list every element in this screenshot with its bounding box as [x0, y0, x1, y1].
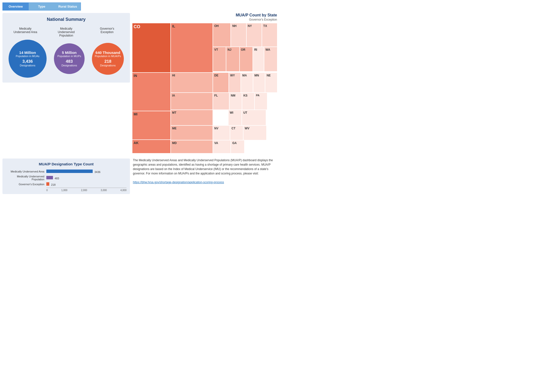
tab-type[interactable]: Type [29, 3, 55, 10]
x-tick-1: 1,000 [61, 189, 67, 192]
treemap-cell-KS[interactable]: KS [242, 93, 254, 110]
description-link[interactable]: https://bhw.hrsa.gov/shortage-designatio… [133, 181, 224, 184]
circle-gov-num: 218 [104, 59, 111, 64]
left-panel: National Summary MedicallyUnderserved Ar… [2, 13, 130, 153]
summary-labels: MedicallyUnderserved Area MedicallyUnder… [5, 27, 127, 37]
treemap-subtitle: Governor's Exception [132, 18, 277, 21]
treemap-cell-WY[interactable]: WY [229, 73, 241, 92]
bar-row-mup: Medically Underserved Population 483 [6, 175, 127, 181]
national-summary-section: National Summary MedicallyUnderserved Ar… [2, 13, 130, 83]
treemap-cell-CT[interactable]: CT [230, 126, 243, 140]
bar-label-gov: Governor's Exception [6, 183, 46, 186]
x-tick-0: 0 [46, 189, 48, 192]
treemap-cell-VA[interactable]: VA [213, 140, 230, 153]
national-summary-title: National Summary [5, 17, 127, 22]
tab-overview[interactable]: Overview [3, 3, 29, 10]
treemap-cell-NE[interactable]: NE [265, 73, 277, 92]
treemap-cell-UT[interactable]: UT [242, 110, 266, 125]
bar-label-mup: Medically Underserved Population [6, 175, 46, 181]
bar-chart-container: MUA/P Designation Type Count Medically U… [2, 159, 130, 194]
treemap-cell-VT[interactable]: VT [213, 47, 226, 71]
treemap-cell-NJ[interactable]: NJ [226, 47, 239, 71]
description-body: The Medically Underserved Areas and Medi… [133, 159, 273, 175]
bar-label-mua: Medically Underserved Area [6, 170, 46, 173]
bar-value-mup: 483 [55, 177, 59, 180]
treemap-cell-AK[interactable]: AK [132, 140, 170, 153]
treemap-cell-NH[interactable]: NH [231, 23, 246, 47]
treemap-cell-MT[interactable]: MT [171, 110, 213, 125]
bottom-section: MUA/P Designation Type Count Medically U… [0, 153, 280, 196]
bar-value-mua: 3436 [94, 171, 100, 173]
treemap: CO IN MI AK IL OH NH NY T [132, 23, 277, 153]
treemap-cell-MD[interactable]: MD [171, 140, 213, 153]
circle-mua-desig: Designations [20, 64, 36, 67]
circle-gov-desig: Designations [100, 64, 116, 67]
treemap-cell-WI[interactable]: WI [229, 110, 242, 125]
circle-mup: 5 Million Population in MUPs 483 Designa… [54, 43, 85, 74]
treemap-cell-MI[interactable]: MI [132, 111, 170, 139]
treemap-cell-TX[interactable]: TX [262, 23, 277, 47]
treemap-cell-IL[interactable]: IL [171, 23, 213, 72]
treemap-cell-OH[interactable]: OH [213, 23, 230, 47]
circle-mua-big: 14 Million [19, 50, 36, 55]
treemap-cell-WV[interactable]: WV [243, 126, 266, 140]
description-text: The Medically Underserved Areas and Medi… [132, 158, 277, 184]
treemap-cell-IN[interactable]: IN [132, 73, 170, 111]
circle-mup-num: 483 [66, 59, 73, 64]
x-tick-2: 2,000 [81, 189, 87, 192]
x-axis: 0 1,000 2,000 3,000 4,000 [6, 189, 127, 192]
treemap-cell-IA[interactable]: IA [171, 93, 213, 110]
x-tick-4: 4,000 [120, 189, 127, 192]
circle-gov-sub: Population in MUA/Ps [95, 55, 121, 58]
circle-gov-big: 640 Thousand [96, 50, 120, 55]
treemap-cell-CO[interactable]: CO [132, 23, 170, 72]
circles-row: 14 Million Population in MUAs 3,436 Desi… [5, 40, 127, 78]
bar-row-gov: Governor's Exception 218 [6, 182, 127, 186]
circle-gov: 640 Thousand Population in MUA/Ps 218 De… [92, 43, 124, 75]
right-panel: MUA/P Count by State Governor's Exceptio… [132, 13, 277, 153]
treemap-cell-MA[interactable]: MA [241, 73, 253, 92]
treemap-title: MUA/P Count by State [132, 13, 277, 17]
treemap-cell-PA[interactable]: PA [255, 93, 267, 110]
label-mup: MedicallyUnderservedPopulation [49, 27, 83, 37]
circle-mup-big: 5 Million [62, 50, 77, 55]
circle-mua: 14 Million Population in MUAs 3,436 Desi… [9, 40, 47, 78]
treemap-cell-DE[interactable]: DE [213, 73, 229, 92]
bar-container-mua: 3436 [46, 170, 127, 173]
bar-mua [46, 170, 93, 173]
bar-mup [46, 176, 53, 179]
bar-row-mua: Medically Underserved Area 3436 [6, 170, 127, 173]
circle-mup-desig: Designations [62, 64, 77, 67]
bar-container-gov: 218 [46, 182, 127, 186]
bar-gov [46, 182, 49, 186]
circle-mua-sub: Population in MUAs [16, 55, 39, 58]
x-axis-line [46, 188, 127, 188]
treemap-cell-RI[interactable]: RI [253, 47, 264, 71]
treemap-cell-OR[interactable]: OR [240, 47, 253, 71]
bar-chart-title: MUA/P Designation Type Count [6, 162, 127, 166]
circle-mua-num: 3,436 [22, 59, 33, 64]
treemap-cell-ME[interactable]: ME [171, 126, 213, 140]
label-gov: Governor'sException [90, 27, 124, 37]
circle-mup-sub: Population in MUPs [57, 55, 81, 58]
main-content: National Summary MedicallyUnderserved Ar… [0, 11, 280, 153]
treemap-cell-HI[interactable]: HI [171, 73, 213, 92]
x-tick-3: 3,000 [101, 189, 107, 192]
treemap-cell-WA[interactable]: WA [264, 47, 277, 71]
treemap-cell-NV[interactable]: NV [213, 126, 230, 140]
treemap-cell-GA[interactable]: GA [231, 140, 244, 153]
description-section: The Medically Underserved Areas and Medi… [132, 156, 277, 194]
treemap-cell-NM[interactable]: NM [229, 93, 241, 110]
bar-value-gov: 218 [51, 183, 55, 186]
treemap-cell-FL[interactable]: FL [213, 93, 229, 110]
bar-chart-section: MUA/P Designation Type Count Medically U… [2, 156, 130, 194]
treemap-cell-NY[interactable]: NY [247, 23, 262, 47]
label-mua: MedicallyUnderserved Area [8, 27, 42, 37]
tab-rural-status[interactable]: Rural Status [55, 3, 81, 10]
bar-container-mup: 483 [46, 176, 127, 180]
tab-bar: Overview Type Rural Status [2, 2, 81, 11]
treemap-cell-MN[interactable]: MN [253, 73, 265, 92]
